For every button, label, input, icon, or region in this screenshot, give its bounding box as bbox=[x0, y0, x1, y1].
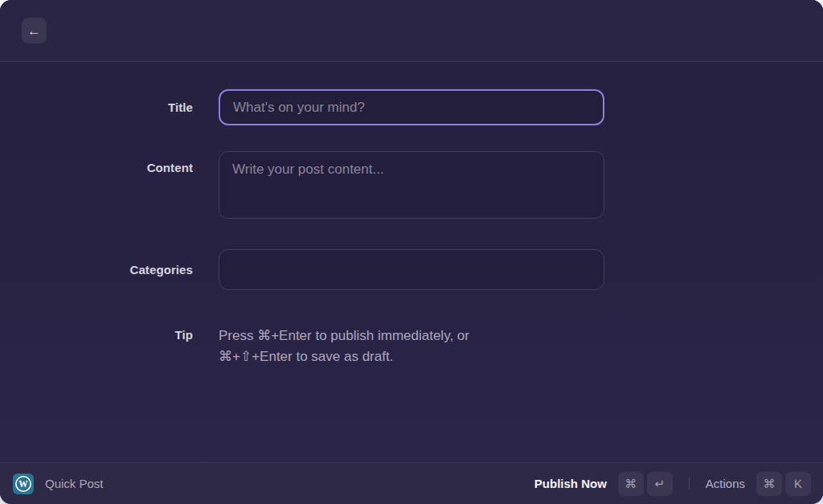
header-bar: ← bbox=[0, 0, 823, 62]
tip-line-2: ⌘+⇧+Enter to save as draft. bbox=[219, 346, 604, 367]
content-label: Content bbox=[0, 151, 193, 174]
actions-button[interactable]: Actions ⌘ K bbox=[706, 472, 811, 496]
publish-now-label: Publish Now bbox=[534, 477, 607, 490]
content-textarea[interactable] bbox=[219, 151, 604, 219]
footer-actions: Publish Now ⌘ ↵ Actions ⌘ K bbox=[534, 472, 811, 496]
svg-text:W: W bbox=[18, 478, 28, 488]
publish-now-button[interactable]: Publish Now ⌘ ↵ bbox=[534, 472, 673, 496]
wordpress-icon: W bbox=[13, 473, 34, 494]
k-key-badge: K bbox=[785, 472, 811, 496]
tip-text: Press ⌘+Enter to publish immediately, or… bbox=[219, 326, 604, 367]
content-row: Content bbox=[0, 151, 823, 222]
content-field-wrap bbox=[219, 151, 604, 222]
footer-app-info: W Quick Post bbox=[13, 473, 104, 494]
categories-input[interactable] bbox=[219, 249, 604, 290]
tip-row: Tip Press ⌘+Enter to publish immediately… bbox=[0, 326, 823, 367]
command-key-badge: ⌘ bbox=[756, 472, 782, 496]
back-button[interactable]: ← bbox=[22, 18, 47, 43]
post-form: Title Content Categories Tip Press ⌘+Ent… bbox=[0, 62, 823, 462]
categories-field-wrap bbox=[219, 249, 604, 290]
quick-post-window: ← Title Content Categories Tip Press ⌘+E… bbox=[0, 0, 823, 504]
actions-label: Actions bbox=[706, 477, 745, 490]
title-field-wrap bbox=[219, 89, 604, 125]
command-key-badge: ⌘ bbox=[618, 472, 644, 496]
footer-divider bbox=[689, 477, 690, 490]
categories-label: Categories bbox=[0, 263, 193, 277]
wordpress-logo-glyph: W bbox=[14, 475, 32, 493]
categories-row: Categories bbox=[0, 249, 823, 290]
enter-key-badge: ↵ bbox=[647, 472, 673, 496]
tip-label: Tip bbox=[0, 326, 193, 342]
back-arrow-icon: ← bbox=[27, 24, 41, 38]
title-input[interactable] bbox=[219, 89, 604, 125]
app-name: Quick Post bbox=[45, 477, 104, 490]
footer-bar: W Quick Post Publish Now ⌘ ↵ Actions ⌘ K bbox=[0, 462, 823, 504]
title-label: Title bbox=[0, 100, 193, 114]
tip-line-1: Press ⌘+Enter to publish immediately, or bbox=[219, 326, 604, 346]
title-row: Title bbox=[0, 89, 823, 125]
